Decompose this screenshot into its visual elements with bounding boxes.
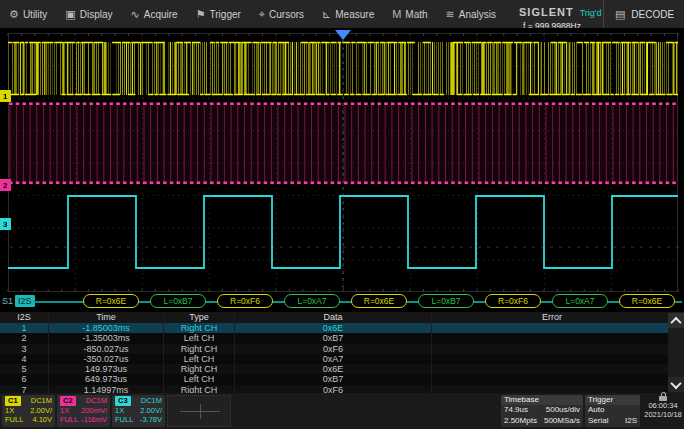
- menu: ⚙Utility▣Display∿Acquire⚑Trigger⌖Cursors…: [0, 0, 515, 28]
- trigger-type: Serial: [588, 416, 608, 427]
- table-column-header: Data: [235, 312, 432, 323]
- scroll-up-button[interactable]: [668, 313, 684, 328]
- decode-bubble-left: L=0xA7: [552, 294, 608, 308]
- menu-item-trigger[interactable]: ⚑Trigger: [187, 0, 250, 28]
- channel-id-badge: C3: [115, 396, 131, 406]
- table-row[interactable]: 4-350.027usLeft CH0xA7: [0, 354, 684, 364]
- table-row[interactable]: 1-1.85003msRight CH0x6E: [0, 323, 684, 333]
- decode-bubble-right: R=0x6E: [351, 294, 407, 308]
- waveform-display[interactable]: [0, 28, 684, 292]
- decode-bubble-right: R=0xF6: [217, 294, 273, 308]
- status-bar: C1DC1M1X2.00V/FULL4.10VC2DC1M1X200mV/FUL…: [0, 393, 684, 429]
- timebase-samplerate: 500MSa/s: [544, 416, 580, 427]
- decode-bubble-right: R=0xF6: [485, 294, 541, 308]
- menu-item-label: Measure: [335, 9, 374, 20]
- channel-bandwidth: FULL: [5, 415, 23, 425]
- table-cell: 0xB7: [235, 374, 432, 384]
- table-cell: [432, 344, 673, 354]
- menu-item-acquire[interactable]: ∿Acquire: [122, 0, 187, 28]
- menu-item-label: Cursors: [269, 9, 304, 20]
- menu-item-measure[interactable]: ⊾Measure: [313, 0, 383, 28]
- table-cell: 149.973us: [49, 364, 164, 374]
- clock-panel: 06:00:34 2021/10/18: [642, 395, 684, 427]
- trigger-title: Trigger: [585, 395, 640, 405]
- channel-probe: 1X: [115, 406, 124, 416]
- decode-bubble-left: L=0xA7: [284, 294, 340, 308]
- table-cell: 4: [0, 354, 49, 364]
- channel-offset: -3.78V: [140, 415, 162, 425]
- table-cell: Right CH: [164, 364, 235, 374]
- menu-item-utility[interactable]: ⚙Utility: [0, 0, 56, 28]
- table-cell: Left CH: [164, 374, 235, 384]
- menu-item-label: Math: [405, 9, 427, 20]
- table-column-header: I2S: [0, 312, 49, 323]
- menu-item-cursors[interactable]: ⌖Cursors: [250, 0, 313, 28]
- table-row[interactable]: 6649.973usLeft CH0xB7: [0, 374, 684, 384]
- channel-descriptor-c3[interactable]: C3DC1M1X2.00V/FULL-3.78V: [112, 395, 165, 427]
- menu-item-label: Analysis: [459, 9, 496, 20]
- table-row[interactable]: 2-1.35003msLeft CH0xB7: [0, 333, 684, 343]
- siglent-logo: SIGLENT: [519, 6, 574, 18]
- decode-button[interactable]: ▤ DECODE: [603, 0, 684, 28]
- display-icon: ▣: [65, 9, 75, 20]
- gear-icon: ⚙: [9, 9, 19, 20]
- table-cell: 2: [0, 333, 49, 343]
- table-cell: 0xB7: [235, 333, 432, 343]
- table-cell: [432, 323, 673, 333]
- chevron-up-icon: [670, 316, 681, 327]
- table-cell: -350.027us: [49, 354, 164, 364]
- table-cell: 649.973us: [49, 374, 164, 384]
- table-row[interactable]: 5149.973usRight CH0x6E: [0, 364, 684, 374]
- trigger-protocol: I2S: [625, 416, 637, 427]
- decode-protocol-badge[interactable]: I2S: [15, 295, 35, 307]
- timebase-memory: 2.50Mpts: [504, 416, 537, 427]
- table-row[interactable]: 3-850.027usRight CH0xF6: [0, 344, 684, 354]
- channel-probe: 1X: [5, 406, 14, 416]
- analysis-icon: ≋: [446, 9, 455, 20]
- table-cell: [432, 333, 673, 343]
- menu-bar: ⚙Utility▣Display∿Acquire⚑Trigger⌖Cursors…: [0, 0, 684, 29]
- decode-bubble-left: L=0xB7: [418, 294, 474, 308]
- trigger-panel[interactable]: Trigger Auto Serial I2S: [585, 395, 640, 427]
- timebase-scale: 500us/div: [546, 405, 580, 416]
- table-scrollbar[interactable]: [668, 312, 684, 393]
- table-cell: 0x6E: [235, 364, 432, 374]
- channel-descriptor-c1[interactable]: C1DC1M1X2.00V/FULL4.10V: [2, 395, 55, 427]
- decode-bubble-right: R=0x6E: [83, 294, 139, 308]
- channel-descriptor-c2[interactable]: C2DC1M1X200mV/FULL-116mV: [57, 395, 110, 427]
- channel-coupling: DC1M: [86, 396, 107, 406]
- decode-icon: ▤: [615, 9, 625, 20]
- table-cell: Right CH: [164, 344, 235, 354]
- decode-event-table: I2STimeTypeDataError 1-1.85003msRight CH…: [0, 312, 684, 393]
- table-cell: -1.85003ms: [49, 323, 164, 333]
- trigger-mode: Auto: [588, 405, 604, 416]
- table-cell: Left CH: [164, 333, 235, 343]
- channel-offset: 4.10V: [32, 415, 52, 425]
- menu-item-display[interactable]: ▣Display: [56, 0, 121, 28]
- table-column-header: Type: [164, 312, 235, 323]
- channel-id-badge: C2: [60, 396, 76, 406]
- empty-channel-slot[interactable]: [167, 395, 231, 427]
- menu-item-analysis[interactable]: ≋Analysis: [437, 0, 505, 28]
- channel-scale: 200mV/: [81, 406, 107, 416]
- channel-coupling: DC1M: [31, 396, 52, 406]
- menu-item-math[interactable]: MMath: [383, 0, 436, 28]
- chevron-down-icon: [670, 377, 681, 388]
- scroll-down-button[interactable]: [668, 377, 684, 392]
- clock-date: 2021/10/18: [642, 410, 684, 419]
- cursors-icon: ⌖: [259, 9, 265, 20]
- math-icon: M: [392, 9, 401, 20]
- trigger-flag-icon: ⚑: [196, 9, 206, 20]
- menu-item-label: Acquire: [144, 9, 178, 20]
- decode-source-label: S1: [2, 296, 13, 306]
- table-cell: [432, 354, 673, 364]
- table-cell: 1: [0, 323, 49, 333]
- table-cell: -1.35003ms: [49, 333, 164, 343]
- channel-bandwidth: FULL: [60, 415, 78, 425]
- lock-icon: [659, 396, 667, 401]
- table-cell: 0xF6: [235, 344, 432, 354]
- table-cell: [432, 374, 673, 384]
- table-cell: [432, 364, 673, 374]
- measure-icon: ⊾: [322, 9, 331, 20]
- timebase-panel[interactable]: Timebase 74.9us 500us/div 2.50Mpts 500MS…: [501, 395, 583, 427]
